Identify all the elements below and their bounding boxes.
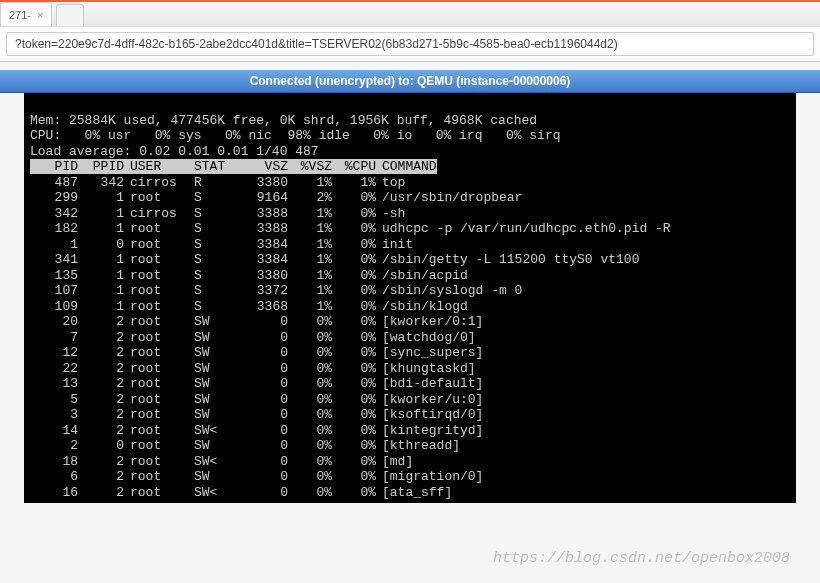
process-header: PIDPPIDUSERSTATVSZ%VSZ%CPUCOMMAND — [30, 159, 437, 174]
process-row: 162rootSW<00%0%[ata_sff] — [30, 485, 790, 501]
mem-line: Mem: 25884K used, 477456K free, 0K shrd,… — [30, 113, 537, 128]
tab-title: 271- — [9, 9, 31, 21]
terminal-output[interactable]: Mem: 25884K used, 477456K free, 0K shrd,… — [24, 93, 796, 503]
process-row: 1071rootS33721%0%/sbin/syslogd -m 0 — [30, 283, 790, 299]
process-row: 32rootSW00%0%[ksoftirqd/0] — [30, 407, 790, 423]
process-row: 487342cirrosR33801%1%top — [30, 175, 790, 191]
process-row: 3411rootS33841%0%/sbin/getty -L 115200 t… — [30, 252, 790, 268]
process-row: 52rootSW00%0%[kworker/u:0] — [30, 392, 790, 408]
process-row: 20rootSW00%0%[kthreadd] — [30, 438, 790, 454]
cpu-line: CPU: 0% usr 0% sys 0% nic 98% idle 0% io… — [30, 128, 561, 143]
process-row: 182rootSW<00%0%[md] — [30, 454, 790, 470]
load-line: Load average: 0.02 0.01 0.01 1/40 487 — [30, 144, 319, 159]
process-row: 2991rootS91642%0%/usr/sbin/dropbear — [30, 190, 790, 206]
url-input[interactable] — [6, 32, 814, 56]
process-row: 10rootS33841%0%init — [30, 237, 790, 253]
connection-banner: Connected (unencrypted) to: QEMU (instan… — [0, 70, 820, 93]
process-row: 62rootSW00%0%[migration/0] — [30, 469, 790, 485]
process-row: 222rootSW00%0%[khungtaskd] — [30, 361, 790, 377]
process-row: 142rootSW<00%0%[kintegrityd] — [30, 423, 790, 439]
process-row: 132rootSW00%0%[bdi-default] — [30, 376, 790, 392]
process-row: 202rootSW00%0%[kworker/0:1] — [30, 314, 790, 330]
process-list: 487342cirrosR33801%1%top2991rootS91642%0… — [30, 175, 790, 501]
close-icon[interactable]: × — [37, 9, 43, 21]
process-row: 1351rootS33801%0%/sbin/acpid — [30, 268, 790, 284]
browser-tab-strip: 271- × — [0, 0, 820, 26]
watermark-text: https://blog.csdn.net/openbox2008 — [493, 550, 790, 567]
process-row: 122rootSW00%0%[sync_supers] — [30, 345, 790, 361]
process-row: 1821rootS33881%0%udhcpc -p /var/run/udhc… — [30, 221, 790, 237]
new-tab-button[interactable] — [56, 4, 84, 26]
process-row: 1091rootS33681%0%/sbin/klogd — [30, 299, 790, 315]
page-content: Connected (unencrypted) to: QEMU (instan… — [0, 62, 820, 583]
url-bar-row — [0, 26, 820, 62]
browser-tab-active[interactable]: 271- × — [0, 2, 52, 26]
process-row: 72rootSW00%0%[watchdog/0] — [30, 330, 790, 346]
process-row: 3421cirrosS33881%0%-sh — [30, 206, 790, 222]
